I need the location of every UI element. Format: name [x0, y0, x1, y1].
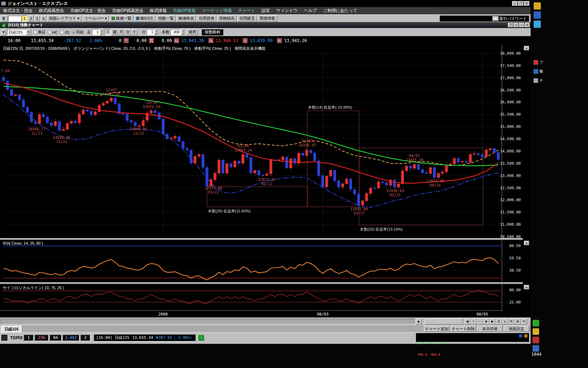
restore-icon[interactable]: ❐: [508, 23, 513, 27]
menu-item-3[interactable]: 先物OP残高照会: [109, 8, 146, 14]
toolbar-button-1[interactable]: 株EX注: [134, 15, 155, 22]
chart-nav-6-icon[interactable]: L: [502, 319, 508, 325]
menu-item-11[interactable]: ご利用にあたって: [320, 8, 360, 14]
minute-stepper[interactable]: 1 ▲▼: [147, 29, 158, 35]
desktop-shortcut-1[interactable]: 株: [533, 69, 543, 74]
grid-icon-button[interactable]: [1, 15, 8, 22]
count-stepper[interactable]: 300 ▲▼: [170, 29, 184, 35]
hscroll-track[interactable]: [1, 319, 416, 325]
desktop-shortcut-0[interactable]: フ: [533, 60, 543, 65]
ticker-badge-blue-icon[interactable]: [519, 334, 523, 338]
chart-nav-0-icon[interactable]: ◀: [464, 319, 470, 325]
chart-nav-5-icon[interactable]: D: [496, 319, 502, 325]
ticker-badge-orange-icon[interactable]: [524, 334, 528, 338]
chevron-down-icon[interactable]: ▾: [1, 29, 6, 35]
close-icon[interactable]: ✕: [525, 23, 530, 27]
menu-item-0[interactable]: 株式注文・照会: [0, 8, 36, 14]
layout-dropdown-button[interactable]: 画面レイアウト ▾: [47, 15, 82, 22]
svg-text:59.50: 59.50: [509, 256, 521, 260]
spin-arrows-icon[interactable]: ▲▼: [100, 29, 103, 35]
svg-text:15,000.00: 15,000.00: [500, 124, 521, 129]
check-icon[interactable]: ✔: [2, 23, 6, 27]
minimize-icon[interactable]: ─: [519, 23, 524, 27]
svg-text:本数(14) 収益率(-15.99%): 本数(14) 収益率(-15.99%): [308, 105, 352, 109]
radio-JQ[interactable]: [60, 30, 64, 34]
password-toggle-icon[interactable]: ◀▶: [492, 16, 499, 21]
password-label[interactable]: 取引パスワード: [499, 16, 527, 21]
chart-action-1[interactable]: チャート削除: [450, 326, 476, 332]
quick-layout-1[interactable]: 1: [22, 15, 27, 22]
menu-item-6[interactable]: マーケット情報: [199, 8, 235, 14]
menu-item-1[interactable]: 株式残高照会: [36, 8, 67, 14]
hscroll-thumb[interactable]: [425, 319, 463, 325]
period-T[interactable]: T: [131, 29, 138, 35]
quicklaunch-yellow-icon[interactable]: [532, 328, 539, 335]
chart-action-0[interactable]: チャート追加: [424, 326, 449, 332]
period-日[interactable]: 日: [105, 29, 111, 35]
menu-item-5[interactable]: 先物OP情報: [170, 8, 199, 14]
psych-panel-collapse-icon[interactable]: ▲: [524, 285, 529, 289]
radio-日経[interactable]: [72, 30, 75, 34]
maximize-button[interactable]: ❐: [518, 1, 524, 6]
toolbar-button-7[interactable]: 限度情報: [258, 15, 277, 22]
quicklaunch-blue-icon[interactable]: [532, 345, 539, 352]
apply-button[interactable]: 適用: [186, 29, 198, 35]
quicklaunch-green-icon[interactable]: [532, 320, 539, 327]
minimize-button[interactable]: ─: [512, 1, 518, 6]
chart-nav-4-icon[interactable]: ▶: [489, 319, 496, 325]
quicklaunch-red-icon[interactable]: [532, 336, 539, 343]
spin-arrows-icon[interactable]: ▲▼: [154, 29, 158, 35]
browser-e-icon[interactable]: [533, 20, 541, 28]
radio-東証[interactable]: [34, 30, 37, 34]
radio-HC[interactable]: [48, 30, 51, 34]
toolbar-button-6[interactable]: 信用建玉: [237, 15, 257, 22]
multi-symbol-button[interactable]: 複数銘柄: [202, 29, 223, 35]
chart-nav-8-icon[interactable]: ⊕: [514, 319, 521, 325]
toolbar-button-2[interactable]: 指数一覧: [156, 15, 176, 22]
symbol-select[interactable]: 日経225 ▼: [7, 29, 31, 35]
toolbar-button-4[interactable]: 信用貸借: [197, 15, 216, 22]
chart-action-3[interactable]: 画面設定: [504, 326, 529, 332]
tab-nikkei225[interactable]: 日経225: [1, 326, 22, 332]
monitor-icon[interactable]: [1, 335, 7, 341]
chart-action-2[interactable]: 表示切替: [477, 326, 503, 332]
chart-nav-3-icon[interactable]: ■: [483, 319, 489, 325]
period-分[interactable]: 分: [125, 29, 131, 35]
period-週[interactable]: 週: [111, 29, 118, 35]
arrow-up-icon[interactable]: ↑: [198, 335, 204, 341]
menu-item-4[interactable]: 株式情報: [147, 8, 170, 14]
menu-item-10[interactable]: ヘルプ: [301, 8, 320, 14]
menu-item-8[interactable]: 設定: [258, 8, 273, 14]
ticker-line-down: 490.8 904.8: [418, 353, 527, 357]
svg-text:14998.01: 14998.01: [130, 127, 148, 131]
menu-item-7[interactable]: チャート: [235, 8, 258, 14]
period-月[interactable]: 月: [118, 29, 124, 35]
spin-arrows-icon[interactable]: ▲▼: [181, 29, 184, 35]
hscroll-right-arrow-icon[interactable]: ▶: [416, 319, 422, 325]
toolbar-button-3[interactable]: 株価格表: [176, 15, 196, 22]
symbol-dropdown-icon[interactable]: ▼: [26, 29, 31, 35]
layout-name-box[interactable]: [8, 16, 21, 21]
quick-layout-4[interactable]: 4: [41, 15, 46, 22]
main-panel-collapse-icon[interactable]: ▲: [524, 46, 529, 50]
app-blue-icon[interactable]: [533, 11, 541, 19]
chart-nav-7-icon[interactable]: R: [508, 319, 514, 325]
help-icon[interactable]: ?: [513, 23, 519, 27]
chart-nav-9-icon[interactable]: ✕: [521, 319, 527, 325]
rsi-panel-collapse-icon[interactable]: ▲: [524, 241, 529, 245]
desktop-shortcut-2[interactable]: チ: [533, 78, 543, 83]
bar-count-stepper[interactable]: 1 ▲▼: [92, 29, 103, 35]
quick-layout-2[interactable]: 2: [28, 15, 34, 22]
radio-label-2: JQ: [64, 30, 69, 34]
index-label[interactable]: TOPIX: [10, 335, 23, 340]
chart-nav-1-icon[interactable]: +: [470, 319, 477, 325]
toolbar-button-5[interactable]: 現物残高: [217, 15, 237, 22]
toolbar-button-0[interactable]: 株価一覧: [110, 15, 133, 22]
toolbar-dropdown-button[interactable]: ツールバー ▾: [82, 15, 109, 22]
chart-nav-2-icon[interactable]: −: [477, 319, 483, 325]
app-palette-icon[interactable]: [533, 2, 541, 10]
quick-layout-3[interactable]: 3: [34, 15, 40, 22]
menu-item-2[interactable]: 先物OP注文・照会: [67, 8, 109, 14]
close-button[interactable]: ✕: [524, 1, 530, 6]
menu-item-9[interactable]: ウィンドウ: [273, 8, 301, 14]
